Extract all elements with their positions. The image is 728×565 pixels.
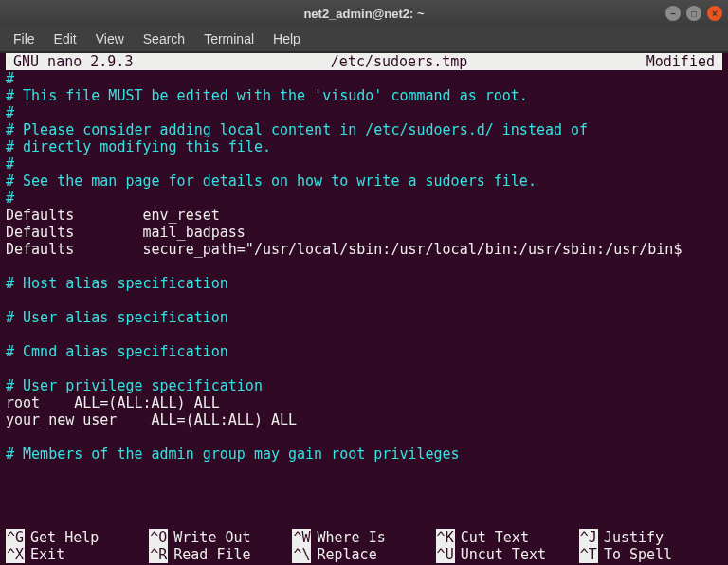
shortcut-key: ^X [6, 546, 25, 563]
nano-version: GNU nano 2.9.3 [13, 53, 152, 70]
nano-shortcuts: ^GGet Help^OWrite Out^WWhere Is^KCut Tex… [0, 529, 728, 565]
shortcut-label: Get Help [30, 529, 99, 546]
editor-line[interactable] [6, 360, 722, 377]
shortcut: ^JJustify [579, 529, 722, 546]
menu-file[interactable]: File [6, 29, 43, 48]
menubar: File Edit View Search Terminal Help [0, 27, 728, 51]
nano-status: Modified [646, 53, 715, 70]
menu-help[interactable]: Help [265, 29, 308, 48]
editor-line[interactable]: # User alias specification [6, 309, 722, 326]
editor-line[interactable]: # Please consider adding local content i… [6, 121, 722, 138]
terminal[interactable]: GNU nano 2.9.3 /etc/sudoers.tmp Modified… [0, 53, 728, 565]
shortcut-label: Replace [317, 546, 376, 563]
shortcut: ^UUncut Text [436, 546, 579, 563]
shortcut-key: ^R [149, 546, 168, 563]
shortcut: ^RRead File [149, 546, 292, 563]
shortcut-label: Read File [173, 546, 250, 563]
menu-view[interactable]: View [88, 29, 132, 48]
editor-line[interactable]: # Host alias specification [6, 275, 722, 292]
window-controls: – □ × [665, 6, 722, 21]
shortcut-key: ^O [149, 529, 168, 546]
editor-line[interactable]: # directly modifying this file. [6, 138, 722, 155]
shortcut-row-1: ^GGet Help^OWrite Out^WWhere Is^KCut Tex… [6, 529, 722, 546]
close-icon[interactable]: × [707, 6, 722, 21]
shortcut: ^OWrite Out [149, 529, 292, 546]
editor-line[interactable]: Defaults env_reset [6, 207, 722, 224]
shortcut-key: ^K [436, 529, 455, 546]
shortcut-key: ^J [579, 529, 598, 546]
editor-line[interactable]: # [6, 190, 722, 207]
editor-line[interactable]: # This file MUST be edited with the 'vis… [6, 87, 722, 104]
shortcut-label: Justify [604, 529, 664, 546]
editor-line[interactable]: # [6, 155, 722, 173]
editor-line[interactable]: Defaults secure_path="/usr/local/sbin:/u… [6, 241, 722, 258]
editor-line[interactable]: your_new_user ALL=(ALL:ALL) ALL [6, 411, 722, 428]
maximize-icon[interactable]: □ [686, 6, 701, 21]
editor-line[interactable]: # See the man page for details on how to… [6, 173, 722, 190]
editor-line[interactable]: # Cmnd alias specification [6, 343, 722, 360]
shortcut-label: To Spell [604, 546, 672, 563]
nano-header: GNU nano 2.9.3 /etc/sudoers.tmp Modified [6, 53, 722, 70]
shortcut: ^WWhere Is [292, 529, 435, 546]
shortcut-label: Exit [30, 546, 64, 563]
menu-edit[interactable]: Edit [46, 29, 84, 48]
shortcut-label: Write Out [173, 529, 250, 546]
menu-terminal[interactable]: Terminal [196, 29, 262, 48]
shortcut-key: ^\ [292, 546, 311, 563]
shortcut: ^XExit [6, 546, 149, 563]
editor-line[interactable]: # Members of the admin group may gain ro… [6, 446, 722, 463]
shortcut-key: ^T [579, 546, 598, 563]
shortcut: ^\Replace [292, 546, 435, 563]
shortcut-row-2: ^XExit^RRead File^\Replace^UUncut Text^T… [6, 546, 722, 563]
shortcut-label: Cut Text [461, 529, 529, 546]
window-title: net2_admin@net2: ~ [0, 7, 728, 21]
editor-line[interactable]: # [6, 104, 722, 121]
editor-line[interactable] [6, 326, 722, 343]
titlebar: net2_admin@net2: ~ – □ × [0, 0, 728, 27]
editor-line[interactable] [6, 428, 722, 446]
editor-line[interactable] [6, 258, 722, 275]
shortcut-key: ^G [6, 529, 25, 546]
editor-line[interactable]: Defaults mail_badpass [6, 224, 722, 241]
shortcut-key: ^W [292, 529, 311, 546]
editor-line[interactable]: # User privilege specification [6, 377, 722, 394]
editor-content[interactable]: ## This file MUST be edited with the 'vi… [0, 70, 728, 463]
editor-line[interactable]: # [6, 70, 722, 87]
nano-filepath: /etc/sudoers.tmp [152, 53, 646, 70]
shortcut-label: Where Is [317, 529, 385, 546]
editor-line[interactable]: root ALL=(ALL:ALL) ALL [6, 394, 722, 411]
shortcut: ^KCut Text [436, 529, 579, 546]
shortcut-key: ^U [436, 546, 455, 563]
menu-search[interactable]: Search [136, 29, 192, 48]
minimize-icon[interactable]: – [665, 6, 681, 21]
shortcut: ^TTo Spell [579, 546, 722, 563]
editor-line[interactable] [6, 292, 722, 309]
shortcut-label: Uncut Text [461, 546, 546, 563]
shortcut: ^GGet Help [6, 529, 149, 546]
